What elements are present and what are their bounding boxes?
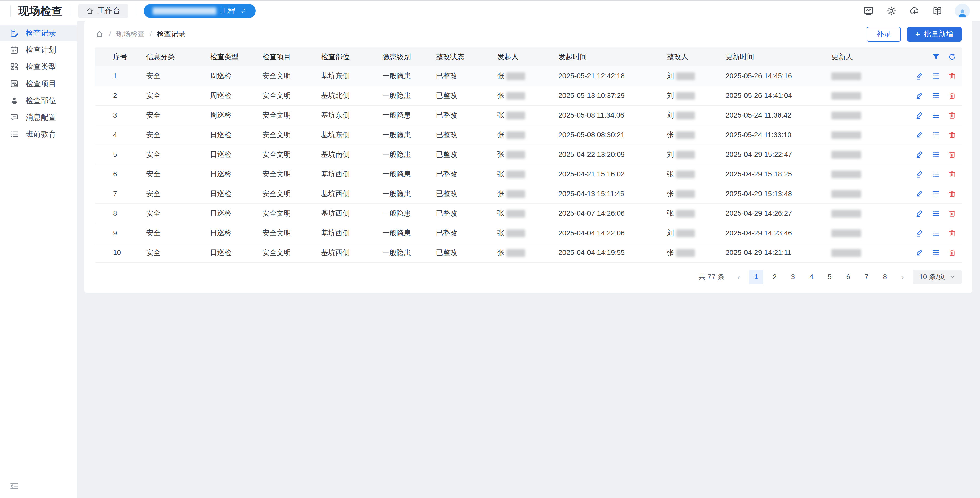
cell-initiate-time: 2025-04-13 15:11:45 (558, 190, 667, 198)
table-row[interactable]: 8 安全 日巡检 安全文明 基坑西侧 一般隐患 已整改 张 2025-04-07… (95, 204, 962, 224)
breadcrumb-root[interactable]: 现场检查 (116, 29, 145, 39)
detail-list-icon[interactable] (932, 170, 940, 179)
settings-gear-icon[interactable] (886, 6, 897, 16)
detail-list-icon[interactable] (932, 111, 940, 120)
table-row[interactable]: 4 安全 日巡检 安全文明 基坑东侧 一般隐患 已整改 张 2025-05-08… (95, 125, 962, 145)
edit-icon[interactable] (915, 130, 924, 139)
page-number-6[interactable]: 6 (841, 270, 855, 284)
batch-add-button[interactable]: + 批量新增 (907, 27, 962, 41)
sidebar-item-message-config[interactable]: 消息配置 (0, 109, 76, 125)
page-size-select[interactable]: 10 条/页 (913, 270, 962, 284)
cell-actions (909, 229, 962, 237)
page-number-3[interactable]: 3 (786, 270, 800, 284)
delete-trash-icon[interactable] (948, 71, 956, 80)
delete-trash-icon[interactable] (948, 189, 956, 198)
dashboard-icon[interactable] (863, 6, 874, 16)
col-header-category: 信息分类 (146, 52, 210, 62)
detail-list-icon[interactable] (932, 91, 940, 100)
sidebar-item-inspection-locations[interactable]: 检查部位 (0, 92, 76, 109)
page-number-4[interactable]: 4 (804, 270, 818, 284)
table-row[interactable]: 9 安全 日巡检 安全文明 基坑西侧 一般隐患 已整改 张 2025-04-04… (95, 224, 962, 243)
table-row[interactable]: 1 安全 周巡检 安全文明 基坑东侧 一般隐患 已整改 张 2025-05-21… (95, 66, 962, 86)
delete-trash-icon[interactable] (948, 170, 956, 179)
detail-list-icon[interactable] (932, 209, 940, 218)
sidebar-item-label: 检查记录 (25, 28, 56, 38)
edit-icon[interactable] (915, 71, 924, 80)
delete-trash-icon[interactable] (948, 130, 956, 139)
table-row[interactable]: 10 安全 日巡检 安全文明 基坑西侧 一般隐患 已整改 张 2025-04-0… (95, 243, 962, 263)
cloud-download-icon[interactable] (909, 6, 920, 16)
redacted-name-block (676, 171, 695, 178)
delete-trash-icon[interactable] (948, 150, 956, 159)
sidebar-item-inspection-plan[interactable]: 检查计划 (0, 42, 76, 58)
page-number-2[interactable]: 2 (767, 270, 782, 284)
edit-icon[interactable] (915, 189, 924, 198)
cell-initiate-time: 2025-04-21 15:16:02 (558, 170, 667, 178)
cell-update-time: 2025-04-29 14:21:11 (725, 249, 832, 257)
delete-trash-icon[interactable] (948, 209, 956, 218)
edit-icon[interactable] (915, 209, 924, 218)
table-row[interactable]: 2 安全 周巡检 安全文明 基坑北侧 一般隐患 已整改 张 2025-05-13… (95, 86, 962, 106)
cell-hazard-level: 一般隐患 (382, 110, 436, 120)
next-page-button[interactable]: › (896, 270, 909, 284)
edit-icon[interactable] (915, 170, 924, 179)
cell-updater (832, 72, 909, 80)
edit-icon[interactable] (915, 150, 924, 159)
cell-index: 7 (95, 190, 146, 198)
content-card: / 现场检查 / 检查记录 补录 + 批量新增 序号 信息分类 检 (84, 21, 972, 293)
cell-check-item: 安全文明 (262, 169, 321, 179)
delete-trash-icon[interactable] (948, 111, 956, 120)
cell-hazard-level: 一般隐患 (382, 228, 436, 238)
detail-list-icon[interactable] (932, 248, 940, 257)
refresh-icon[interactable] (948, 52, 956, 61)
sidebar-item-inspection-records[interactable]: 检查记录 (0, 25, 76, 41)
table-row[interactable]: 5 安全 日巡检 安全文明 基坑南侧 一般隐患 已整改 张 2025-04-22… (95, 145, 962, 165)
cell-hazard-level: 一般隐患 (382, 71, 436, 81)
sidebar-item-inspection-type[interactable]: 检查类型 (0, 59, 76, 75)
supplement-entry-button[interactable]: 补录 (867, 27, 901, 41)
document-search-icon (10, 79, 19, 88)
redacted-name-block (676, 92, 695, 100)
cell-actions (909, 170, 962, 179)
delete-trash-icon[interactable] (948, 229, 956, 237)
filter-icon[interactable] (932, 52, 940, 61)
detail-list-icon[interactable] (932, 229, 940, 237)
cell-rectifier: 刘 (667, 91, 725, 100)
delete-trash-icon[interactable] (948, 248, 956, 257)
prev-page-button[interactable]: ‹ (732, 270, 745, 284)
page-number-8[interactable]: 8 (878, 270, 892, 284)
cell-hazard-level: 一般隐患 (382, 209, 436, 218)
detail-list-icon[interactable] (932, 189, 940, 198)
sidebar-item-pre-shift-education[interactable]: 班前教育 (0, 126, 76, 142)
detail-list-icon[interactable] (932, 130, 940, 139)
cell-rectifier: 张 (667, 189, 725, 199)
sidebar-item-inspection-items[interactable]: 检查项目 (0, 76, 76, 92)
batch-add-label: 批量新增 (924, 29, 953, 39)
table-body: 1 安全 周巡检 安全文明 基坑东侧 一般隐患 已整改 张 2025-05-21… (95, 66, 962, 263)
delete-trash-icon[interactable] (948, 91, 956, 100)
page-number-7[interactable]: 7 (859, 270, 873, 284)
page-number-1[interactable]: 1 (749, 270, 763, 284)
edit-icon[interactable] (915, 111, 924, 120)
table-row[interactable]: 6 安全 日巡检 安全文明 基坑西侧 一般隐患 已整改 张 2025-04-21… (95, 165, 962, 184)
workbench-button[interactable]: 工作台 (78, 4, 128, 18)
cell-category: 安全 (146, 228, 210, 238)
sidebar-collapse-icon[interactable] (9, 481, 19, 491)
edit-icon[interactable] (915, 91, 924, 100)
detail-list-icon[interactable] (932, 150, 940, 159)
page-number-5[interactable]: 5 (822, 270, 837, 284)
edit-icon[interactable] (915, 229, 924, 237)
table-row[interactable]: 7 安全 日巡检 安全文明 基坑西侧 一般隐患 已整改 张 2025-04-13… (95, 184, 962, 204)
edit-icon[interactable] (915, 248, 924, 257)
project-selector-pill[interactable]: 工程 (144, 4, 256, 18)
manual-book-icon[interactable] (932, 6, 943, 16)
table-row[interactable]: 3 安全 周巡检 安全文明 基坑东侧 一般隐患 已整改 张 2025-05-08… (95, 106, 962, 125)
detail-list-icon[interactable] (932, 71, 940, 80)
cell-rectifier: 张 (667, 130, 725, 140)
cell-check-type: 日巡检 (210, 169, 262, 179)
user-avatar[interactable] (955, 3, 970, 18)
redacted-name-block (506, 131, 525, 139)
redacted-name-block (676, 72, 695, 80)
cell-check-type: 日巡检 (210, 248, 262, 257)
breadcrumb-home-icon[interactable] (95, 30, 104, 38)
